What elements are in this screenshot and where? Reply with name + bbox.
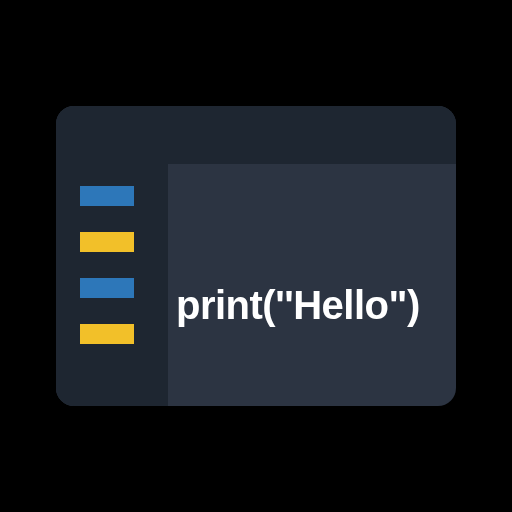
code-line: print(''Hello") [176, 283, 420, 328]
window-body: print(''Hello") [56, 164, 456, 406]
window-titlebar [56, 106, 456, 164]
sidebar [56, 164, 168, 406]
sidebar-item[interactable] [80, 186, 134, 206]
code-editor[interactable]: print(''Hello") [168, 164, 456, 406]
sidebar-item[interactable] [80, 232, 134, 252]
sidebar-item[interactable] [80, 278, 134, 298]
code-editor-window: print(''Hello") [56, 106, 456, 406]
sidebar-item[interactable] [80, 324, 134, 344]
